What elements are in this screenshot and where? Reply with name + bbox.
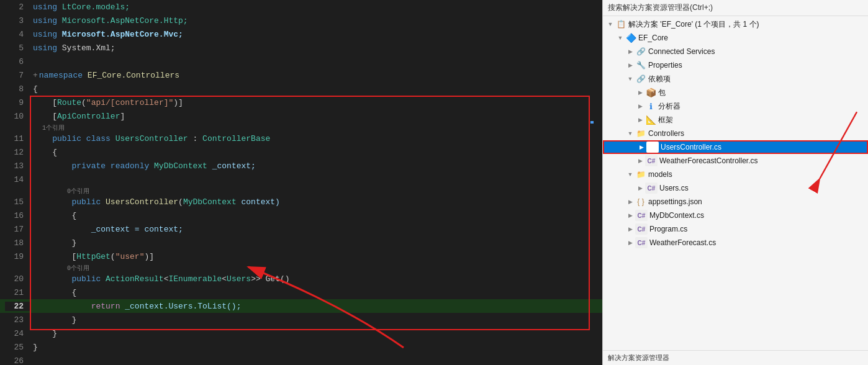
code-line-2[interactable]: 2 using LtCore.models; [0,0,602,14]
frameworks-expand [635,115,645,125]
line-content-17: _context = context; [30,225,602,234]
line-num-ref20: . [5,263,30,273]
project-expand-icon [615,33,625,43]
line-content-6 [30,57,602,66]
program-icon: C# [635,223,648,235]
project-ef-core[interactable]: 🔷 EF_Core [603,31,868,45]
tree-connected-services[interactable]: 🔗 Connected Services [603,45,868,58]
code-line-17[interactable]: 17 _context = context; [0,222,602,236]
code-line-19[interactable]: 19 [HttpGet("user")] [0,250,602,263]
tree-users-cs[interactable]: C# Users.cs [603,181,868,195]
line-content-16: { [30,211,602,220]
code-line-10[interactable]: 10 [ApiController] [0,109,602,123]
code-line-18[interactable]: 18 } [0,236,602,250]
line-num-20: 20 [5,274,30,284]
line-content-22: return _context.Users.ToList(); [30,302,602,311]
line-num-23: 23 [5,315,30,325]
mydbcontext-label: MyDbContext.cs [649,211,704,220]
code-line-8[interactable]: 8 { [0,82,602,96]
line-num-18: 18 [5,238,30,248]
code-line-26: 26 [0,354,602,365]
tree-frameworks[interactable]: 📐 框架 [603,113,868,127]
code-line-16[interactable]: 16 { [0,209,602,222]
ref-hint-20: . 0个引用 [0,263,602,272]
code-line-12[interactable]: 12 { [0,145,602,159]
line-content-2: using LtCore.models; [30,2,602,12]
line-num-7: 7 [5,71,30,80]
tree-properties[interactable]: 🔧 Properties [603,58,868,72]
program-label: Program.cs [649,225,687,233]
tree-program[interactable]: C# Program.cs [603,222,868,236]
userscontroller-label: UsersController.cs [661,143,721,151]
solution-bottom-bar: 解决方案资源管理器 [603,350,868,365]
tree-controllers[interactable]: 📁 Controllers [603,127,868,140]
code-line-24[interactable]: 24 } [0,327,602,340]
tree-dependencies[interactable]: 🔗 依赖项 [603,72,868,86]
code-line-15[interactable]: 15 public UsersController(MyDbContext co… [0,195,602,209]
line-content-10: [ApiController] [30,112,602,121]
line-num-8: 8 [5,84,30,94]
code-line-9[interactable]: 9 [Route("api/[controller]")] [0,96,602,109]
tree-analyzers[interactable]: ℹ 分析器 [603,99,868,113]
code-line-7[interactable]: 7 +namespace EF_Core.Controllers [0,68,602,82]
frameworks-icon: 📐 [645,114,656,125]
analyzers-label: 分析器 [658,101,680,112]
solution-tree: 📋 解决方案 'EF_Core' (1 个项目，共 1 个) 🔷 EF_Core… [603,16,868,350]
solution-search-label: 搜索解决方案资源管理器(Ctrl+;) [608,3,713,12]
tree-appsettings[interactable]: { } appsettings.json [603,195,868,209]
line-num-10: 10 [5,112,30,121]
line-content-ref20: 0个引用 [30,263,602,273]
solution-root[interactable]: 📋 解决方案 'EF_Core' (1 个项目，共 1 个) [603,17,868,31]
code-line-4[interactable]: 4 using Microsoft.AspNetCore.Mvc; [0,27,602,41]
line-content-7: +namespace EF_Core.Controllers [30,71,602,80]
line-content-13: private readonly MyDbContext _context; [30,161,602,171]
controllers-expand [625,128,635,138]
models-folder-icon: 📁 [635,169,646,180]
frameworks-label: 框架 [658,115,673,125]
code-line-11[interactable]: 11 public class UsersController : Contro… [0,132,602,145]
code-line-14: 14 [0,173,602,186]
line-content-4: using Microsoft.AspNetCore.Mvc; [30,30,602,39]
controllers-folder-icon: 📁 [635,128,646,139]
line-num-22: 22 [5,302,30,311]
code-line-21[interactable]: 21 { [0,286,602,299]
properties-icon: 🔧 [635,60,646,71]
code-line-22[interactable]: 22 return _context.Users.ToList(); [0,299,602,313]
line-num-24: 24 [5,329,30,338]
solution-icon: 📋 [615,19,626,30]
ref-hint-15: . 0个引用 [0,186,602,195]
line-content-9: [Route("api/[controller]")] [30,98,602,107]
line-content-20: public ActionResult<IEnumerable<Users>> … [30,274,602,284]
code-line-25[interactable]: 25 } [0,340,602,354]
mydbcontext-expand [625,210,635,220]
code-line-13[interactable]: 13 private readonly MyDbContext _context… [0,159,602,173]
line-content-15: public UsersController(MyDbContext conte… [30,197,602,207]
weatherforecastcontroller-label: WeatherForecastController.cs [659,156,758,165]
tree-weatherforecastcontroller[interactable]: C# WeatherForecastController.cs [603,154,868,168]
program-expand [625,224,635,234]
code-area[interactable]: 2 using LtCore.models; 3 using Microsoft… [0,0,602,365]
code-line-3[interactable]: 3 using Microsoft.AspNetCore.Http; [0,14,602,27]
code-line-20[interactable]: 20 public ActionResult<IEnumerable<Users… [0,272,602,286]
line-num-ref15: . [5,186,30,196]
dependencies-label: 依赖项 [648,74,671,84]
tree-mydbcontext[interactable]: C# MyDbContext.cs [603,209,868,222]
tree-weatherforecast[interactable]: C# WeatherForecast.cs [603,236,868,250]
line-content-3: using Microsoft.AspNetCore.Http; [30,16,602,25]
tree-userscontroller[interactable]: C# UsersController.cs [603,140,868,154]
code-line-6: 6 [0,55,602,68]
dependencies-expand [625,74,635,84]
code-line-5[interactable]: 5 using System.Xml; [0,41,602,55]
solution-expand-icon [605,19,615,29]
appsettings-expand [625,197,635,207]
weatherforecast-label: WeatherForecast.cs [649,238,716,247]
line-num-3: 3 [5,16,30,25]
line-num-ref11: . [5,123,30,132]
dependencies-icon: 🔗 [635,73,646,84]
tree-models[interactable]: 📁 models [603,168,868,181]
tree-packages[interactable]: 📦 包 [603,86,868,99]
code-line-23[interactable]: 23 } [0,313,602,327]
line-num-17: 17 [5,225,30,234]
line-content-8: { [30,84,602,94]
line-num-4: 4 [5,30,30,39]
